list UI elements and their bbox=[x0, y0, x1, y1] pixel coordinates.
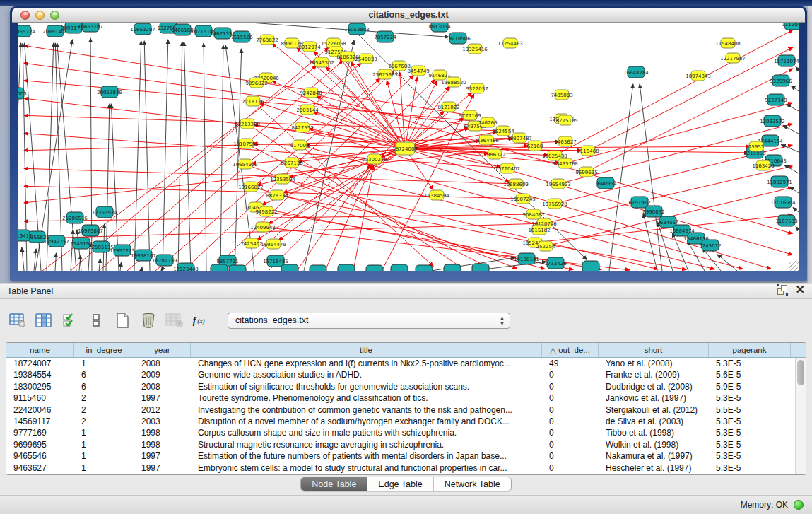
citation-network-graph[interactable]: 1405572420691406209317191865328710653287… bbox=[18, 23, 799, 271]
scrollbar-thumb[interactable] bbox=[797, 360, 804, 385]
cell-short[interactable]: Hescheler et al. (1997) bbox=[599, 462, 709, 474]
cell-pagerank[interactable]: 5.3E-5 bbox=[709, 450, 791, 462]
citation-edge-red[interactable] bbox=[405, 87, 450, 148]
citation-edge-red[interactable] bbox=[555, 30, 793, 156]
function-builder-icon[interactable]: f(x) bbox=[192, 311, 210, 329]
tab-edge-table[interactable]: Edge Table bbox=[367, 477, 433, 491]
citation-edge-black[interactable] bbox=[144, 41, 150, 271]
cell-pagerank[interactable]: 5.3E-5 bbox=[709, 427, 791, 438]
citation-edge-black[interactable] bbox=[22, 247, 24, 271]
column-header-in_degree[interactable]: in_degree bbox=[74, 343, 134, 357]
citation-edge-black[interactable] bbox=[609, 84, 633, 271]
citation-edge-black[interactable] bbox=[220, 45, 223, 271]
tab-node-table[interactable]: Node Table bbox=[301, 477, 367, 491]
cell-short[interactable]: Tibbo et al. (1998) bbox=[599, 427, 709, 438]
graph-node[interactable] bbox=[444, 264, 461, 271]
cell-in_degree[interactable]: 2 bbox=[74, 404, 134, 416]
citation-edge-red[interactable] bbox=[263, 227, 630, 270]
cell-out_de[interactable]: 0 bbox=[542, 427, 599, 438]
table-row[interactable]: 1456911722003Disruption of a novel membe… bbox=[6, 416, 806, 427]
cell-in_degree[interactable]: 2 bbox=[74, 392, 134, 404]
citation-edge-red[interactable] bbox=[251, 187, 545, 269]
citation-edge-black[interactable] bbox=[640, 84, 662, 271]
citation-edge-black[interactable] bbox=[55, 253, 56, 271]
graph-node[interactable] bbox=[582, 261, 599, 271]
cell-pagerank[interactable]: 5.3E-5 bbox=[709, 439, 791, 450]
citation-edge-black[interactable] bbox=[791, 86, 799, 91]
citation-edge-black[interactable] bbox=[702, 248, 721, 271]
delete-trash-icon[interactable] bbox=[139, 311, 158, 329]
cell-short[interactable]: Franke et al. (2009) bbox=[599, 369, 709, 380]
citation-edge-black[interactable] bbox=[134, 41, 141, 271]
citation-edge-black[interactable] bbox=[789, 187, 799, 193]
table-row[interactable]: 946362711997Embryonic stem cells: a mode… bbox=[6, 462, 806, 474]
table-row[interactable]: 969969511998Structural magnetic resonanc… bbox=[6, 439, 806, 450]
cell-in_degree[interactable]: 6 bbox=[74, 369, 134, 380]
minimize-window-icon[interactable] bbox=[35, 11, 45, 20]
cell-out_de[interactable]: 0 bbox=[542, 439, 599, 450]
citation-edge-black[interactable] bbox=[120, 262, 122, 271]
citation-edge-black[interactable] bbox=[793, 208, 799, 212]
cell-name[interactable]: 9699695 bbox=[6, 439, 74, 450]
cell-name[interactable]: 9463627 bbox=[6, 462, 74, 474]
cell-in_degree[interactable]: 1 bbox=[74, 450, 134, 462]
table-row[interactable]: 1830029562008Estimation of significance … bbox=[6, 381, 806, 392]
citation-edge-red[interactable] bbox=[588, 47, 793, 151]
table-row[interactable]: 1938455462009Genome-wide association stu… bbox=[6, 369, 806, 380]
table-row[interactable]: 911546021997Tourette syndrome. Phenomeno… bbox=[6, 392, 806, 404]
table-panel-titlebar[interactable]: Table Panel ✕ bbox=[0, 283, 812, 299]
cell-year[interactable]: 1997 bbox=[134, 450, 191, 462]
cell-out_de[interactable]: 0 bbox=[542, 404, 599, 416]
cell-name[interactable]: 9465546 bbox=[6, 450, 74, 462]
cell-out_de[interactable]: 0 bbox=[542, 450, 599, 462]
cell-name[interactable]: 22420046 bbox=[6, 404, 74, 416]
column-header-pagerank[interactable]: pagerank bbox=[709, 343, 791, 357]
cell-pagerank[interactable]: 5.3E-5 bbox=[709, 416, 791, 427]
column-header-short[interactable]: short bbox=[599, 343, 709, 357]
cell-name[interactable]: 18724007 bbox=[6, 358, 74, 369]
cell-name[interactable]: 19384554 bbox=[6, 369, 74, 380]
show-columns-icon[interactable] bbox=[35, 311, 53, 329]
cell-out_de[interactable]: 0 bbox=[542, 416, 599, 427]
citation-edge-black[interactable] bbox=[71, 230, 73, 271]
citation-edge-black[interactable] bbox=[99, 259, 100, 271]
cell-year[interactable]: 2003 bbox=[134, 416, 191, 427]
citation-edge-black[interactable] bbox=[787, 104, 799, 111]
cell-out_de[interactable]: 0 bbox=[542, 392, 599, 404]
cell-short[interactable]: Yano et al. (2008) bbox=[599, 358, 709, 369]
cell-name[interactable]: 18300295 bbox=[6, 381, 74, 392]
graph-node[interactable] bbox=[310, 265, 326, 271]
close-window-icon[interactable] bbox=[20, 11, 30, 20]
cell-year[interactable]: 1997 bbox=[134, 392, 191, 404]
cell-pagerank[interactable]: 5.3E-5 bbox=[709, 392, 791, 404]
cell-in_degree[interactable]: 1 bbox=[74, 439, 134, 450]
cell-year[interactable]: 2008 bbox=[134, 381, 191, 392]
cell-title[interactable]: Investigating the contribution of common… bbox=[191, 404, 542, 416]
cell-in_degree[interactable]: 2 bbox=[74, 416, 134, 427]
row-height-icon[interactable] bbox=[87, 311, 105, 329]
cell-short[interactable]: de Silva et al. (2003) bbox=[599, 416, 709, 427]
graph-node[interactable] bbox=[281, 264, 298, 271]
citation-edge-black[interactable] bbox=[783, 125, 799, 134]
cell-in_degree[interactable]: 1 bbox=[74, 427, 134, 438]
cell-short[interactable]: Nakamura et al. (1997) bbox=[599, 450, 709, 462]
table-row[interactable]: 977716911998Corpus callosum shape and si… bbox=[6, 427, 806, 438]
citation-edge-black[interactable] bbox=[163, 40, 168, 271]
cell-name[interactable]: 14569117 bbox=[6, 416, 74, 427]
cell-title[interactable]: Estimation of the future numbers of pati… bbox=[191, 450, 542, 462]
table-row[interactable]: 946554611997Estimation of the future num… bbox=[6, 450, 806, 462]
cell-year[interactable]: 2009 bbox=[134, 369, 191, 380]
cell-year[interactable]: 2012 bbox=[134, 404, 191, 416]
tab-network-table[interactable]: Network Table bbox=[433, 477, 511, 491]
citation-edge-red[interactable] bbox=[405, 81, 437, 148]
citation-edge-black[interactable] bbox=[178, 42, 182, 271]
cell-in_degree[interactable]: 1 bbox=[74, 462, 134, 474]
graph-node[interactable] bbox=[211, 264, 228, 271]
network-view-window[interactable]: citations_edges.txt 14055724206914062093… bbox=[10, 6, 807, 281]
vertical-scrollbar[interactable] bbox=[795, 358, 806, 474]
cell-pagerank[interactable]: 5.9E-5 bbox=[709, 381, 791, 392]
cell-pagerank[interactable]: 5.6E-5 bbox=[709, 369, 791, 380]
table-settings-icon[interactable] bbox=[8, 311, 27, 329]
select-rows-icon[interactable] bbox=[61, 311, 79, 329]
citation-edge-black[interactable] bbox=[796, 227, 799, 230]
